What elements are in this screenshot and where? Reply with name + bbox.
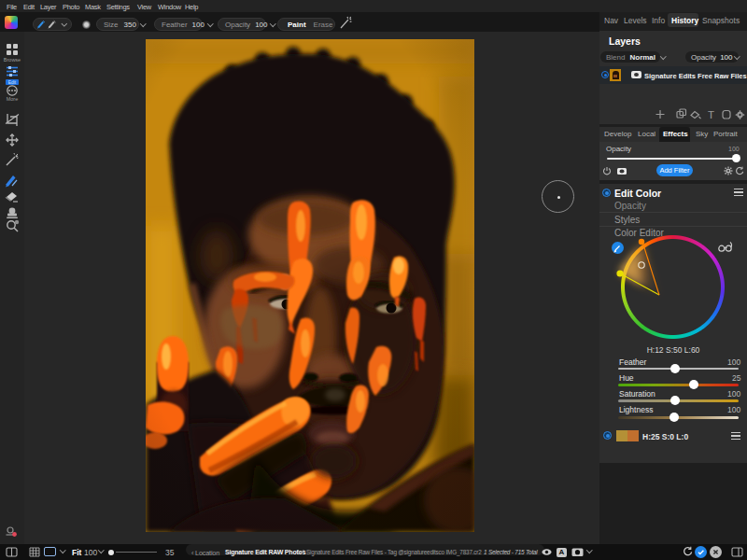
svg-text:T: T bbox=[708, 109, 714, 120]
svg-text:Browse: Browse bbox=[4, 57, 21, 63]
svg-text:More: More bbox=[7, 96, 19, 102]
svg-text:Edit: Edit bbox=[8, 80, 17, 85]
